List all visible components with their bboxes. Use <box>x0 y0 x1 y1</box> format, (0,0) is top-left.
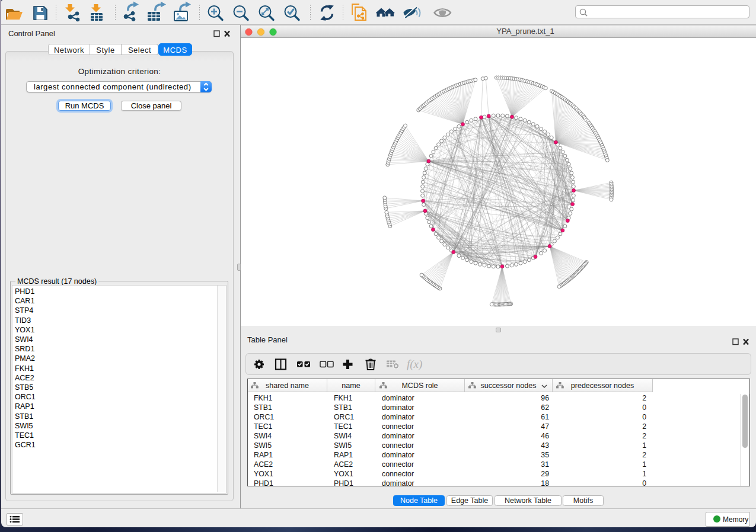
svg-text:f(x): f(x) <box>407 358 422 371</box>
